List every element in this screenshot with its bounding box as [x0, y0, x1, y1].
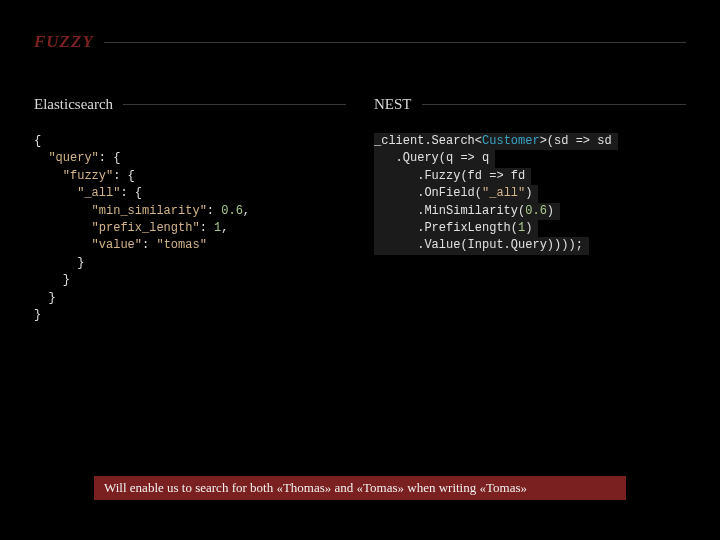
code-token: 0.6: [221, 204, 243, 218]
right-heading: NEST: [374, 96, 412, 113]
code-token: 0.6: [525, 204, 547, 218]
elasticsearch-code: { "query": { "fuzzy": { "_all": { "min_s…: [34, 133, 346, 324]
code-token: "query": [34, 151, 99, 165]
code-line: .PrefixLength(1): [374, 220, 538, 237]
left-heading: Elasticsearch: [34, 96, 113, 113]
title-row: FUZZY: [34, 32, 686, 52]
code-token: "fuzzy": [34, 169, 113, 183]
code-token: "tomas": [156, 238, 206, 252]
code-line: .Query(q => q: [374, 150, 495, 167]
code-token: :: [200, 221, 214, 235]
code-token: ,: [243, 204, 250, 218]
code-token: : {: [99, 151, 121, 165]
slide-title: FUZZY: [34, 32, 94, 52]
right-header-rule: [422, 104, 687, 105]
code-line: }: [34, 308, 41, 322]
right-column: NEST _client.Search<Customer>(sd => sd .…: [374, 96, 686, 324]
code-line: _client.Search<Customer>(sd => sd: [374, 133, 618, 150]
code-line: }: [34, 291, 56, 305]
slide: FUZZY Elasticsearch { "query": { "fuzzy"…: [0, 0, 720, 540]
code-line: }: [34, 256, 84, 270]
left-column: Elasticsearch { "query": { "fuzzy": { "_…: [34, 96, 346, 324]
code-token: "prefix_length": [34, 221, 200, 235]
left-column-header: Elasticsearch: [34, 96, 346, 113]
columns: Elasticsearch { "query": { "fuzzy": { "_…: [34, 96, 686, 324]
code-token: ): [525, 221, 532, 235]
nest-code: _client.Search<Customer>(sd => sd .Query…: [374, 133, 686, 255]
footnote: Will enable us to search for both «Thoma…: [94, 476, 626, 500]
code-token: "value": [34, 238, 142, 252]
code-line: }: [34, 273, 70, 287]
code-line: .Value(Input.Query))));: [374, 237, 589, 254]
right-column-header: NEST: [374, 96, 686, 113]
code-token: : {: [113, 169, 135, 183]
title-rule: [104, 42, 686, 43]
code-line: .Fuzzy(fd => fd: [374, 168, 531, 185]
code-token: .PrefixLength(: [374, 221, 518, 235]
code-token: >(sd => sd: [540, 134, 612, 148]
code-line: {: [34, 134, 41, 148]
code-token: ,: [221, 221, 228, 235]
code-token: _client.Search<: [374, 134, 482, 148]
code-token: ): [547, 204, 554, 218]
code-token: :: [207, 204, 221, 218]
code-line: .MinSimilarity(0.6): [374, 203, 560, 220]
code-token: "min_similarity": [34, 204, 207, 218]
code-token: :: [142, 238, 156, 252]
code-token: Customer: [482, 134, 540, 148]
left-header-rule: [123, 104, 346, 105]
code-token: "_all": [34, 186, 120, 200]
code-token: .MinSimilarity(: [374, 204, 525, 218]
code-token: "_all": [482, 186, 525, 200]
code-token: .OnField(: [374, 186, 482, 200]
code-line: .OnField("_all"): [374, 185, 538, 202]
code-token: : {: [120, 186, 142, 200]
code-token: ): [525, 186, 532, 200]
